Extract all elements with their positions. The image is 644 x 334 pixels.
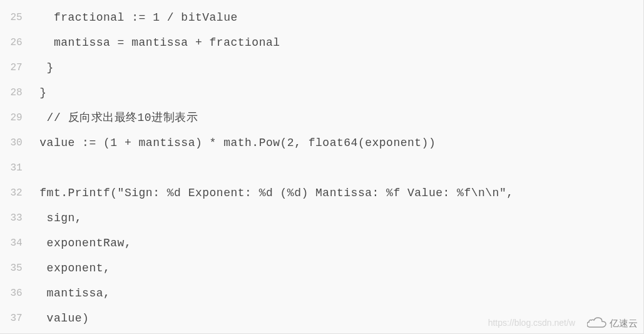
- line-number: 34: [0, 231, 33, 256]
- code-line: }: [33, 80, 644, 105]
- line-number: 30: [0, 130, 33, 155]
- line-number: 29: [0, 105, 33, 130]
- code-line: fmt.Printf("Sign: %d Exponent: %d (%d) M…: [33, 180, 644, 206]
- line-number: 25: [0, 5, 33, 30]
- line-number: 31: [0, 155, 33, 180]
- watermark-logo: 亿速云: [587, 316, 638, 330]
- code-line: mantissa = mantissa + fractional: [33, 30, 644, 55]
- code-line: [33, 155, 644, 180]
- code-line: exponent,: [33, 256, 644, 281]
- line-number: 27: [0, 55, 33, 80]
- line-number: 37: [0, 306, 33, 331]
- code-line: mantissa,: [33, 281, 644, 306]
- watermark-logo-text: 亿速云: [610, 318, 638, 330]
- code-content: fractional := 1 / bitValue mantissa = ma…: [33, 4, 644, 334]
- line-number: 33: [0, 206, 33, 231]
- line-number-gutter: 25 26 27 28 29 30 31 32 33 34 35 36 37: [0, 4, 33, 334]
- cloud-icon: [587, 316, 607, 330]
- line-number: 36: [0, 281, 33, 306]
- code-line: sign,: [33, 206, 644, 231]
- line-number: 35: [0, 256, 33, 281]
- code-block: 25 26 27 28 29 30 31 32 33 34 35 36 37 f…: [0, 0, 644, 334]
- line-number: 28: [0, 80, 33, 105]
- line-number: 32: [0, 180, 33, 206]
- code-line: // 反向求出最终10进制表示: [33, 105, 644, 130]
- code-line: fractional := 1 / bitValue: [33, 5, 644, 30]
- line-number: 26: [0, 30, 33, 55]
- watermark-url: https://blog.csdn.net/w: [488, 318, 575, 328]
- code-line: value := (1 + mantissa) * math.Pow(2, fl…: [33, 130, 644, 155]
- code-line: }: [33, 55, 644, 80]
- code-line: exponentRaw,: [33, 231, 644, 256]
